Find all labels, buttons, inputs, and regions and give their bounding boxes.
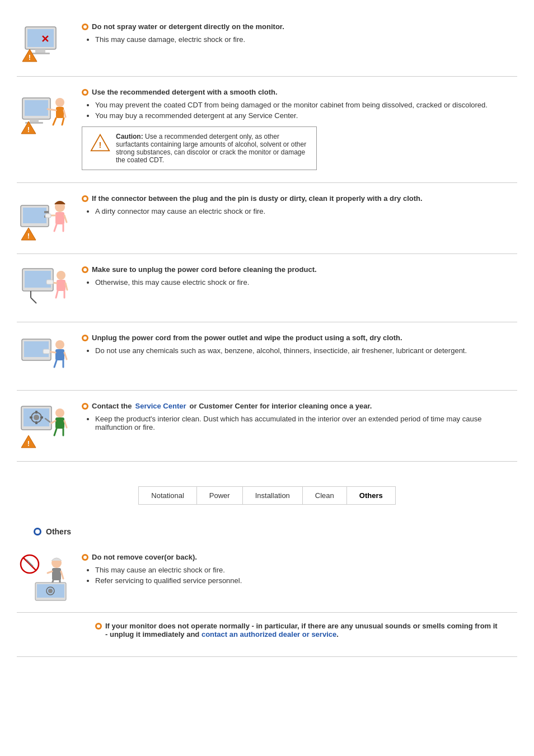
content-detergent: Use the recommended detergent with a smo… <box>82 87 517 172</box>
svg-line-73 <box>26 560 33 566</box>
spray-illustration: ✕ ! <box>20 21 70 66</box>
svg-text:!: ! <box>27 232 30 240</box>
blue-dot <box>34 528 41 536</box>
title-soft-cloth: Unplug the power cord from the power out… <box>82 334 517 342</box>
final-note-title: If your monitor does not operate normall… <box>95 622 500 638</box>
image-no-cover <box>17 552 73 602</box>
svg-rect-37 <box>57 280 65 291</box>
svg-line-64 <box>51 421 55 423</box>
title-service-start: Contact the <box>92 402 132 410</box>
title-detergent: Use the recommended detergent with a smo… <box>82 88 517 96</box>
title-service-end: or Customer Center for interior cleaning… <box>190 402 372 410</box>
svg-line-14 <box>64 110 65 117</box>
tab-notational[interactable]: Notational <box>139 487 197 504</box>
svg-point-47 <box>55 340 64 349</box>
title-connector: If the connector between the plug and th… <box>82 194 517 203</box>
no-cover-illustration <box>18 552 72 602</box>
bullets-connector: A dirty connector may cause an electric … <box>82 207 517 215</box>
image-connector: ! <box>17 193 73 243</box>
title-service-center: Contact the Service Center or Customer C… <box>82 402 517 410</box>
tab-power[interactable]: Power <box>197 487 243 504</box>
section-no-cover: Do not remove cover(or back). This may c… <box>17 542 517 613</box>
section-service-center: ! Contact the Service Center or Customer… <box>17 391 517 462</box>
final-note-section: If your monitor does not operate normall… <box>17 613 517 657</box>
caution-box: ! Caution: Use a recommended detergent o… <box>82 126 317 170</box>
tab-installation[interactable]: Installation <box>243 487 303 504</box>
image-detergent: ! <box>17 87 73 137</box>
section-detergent: ! Use the recommended detergent with a s… <box>17 77 517 183</box>
service-center-link[interactable]: Service Center <box>135 402 186 410</box>
svg-rect-39 <box>46 280 53 284</box>
svg-rect-59 <box>35 421 38 424</box>
others-heading-text: Others <box>46 527 71 536</box>
nav-tabs: Notational Power Installation Clean Othe… <box>138 486 395 505</box>
orange-dot-6 <box>82 403 88 410</box>
svg-line-13 <box>48 109 56 110</box>
svg-rect-12 <box>56 107 64 118</box>
content-connector: If the connector between the plug and th… <box>82 193 517 218</box>
svg-rect-50 <box>43 349 50 354</box>
svg-rect-8 <box>25 100 48 116</box>
image-spray: ✕ ! <box>17 21 73 66</box>
orange-dot-2 <box>82 89 88 96</box>
title-unplug-before: Make sure to unplug the power cord befor… <box>82 265 517 274</box>
detergent-illustration: ! <box>20 87 70 137</box>
svg-line-66 <box>64 421 67 428</box>
image-soft-cloth <box>17 332 73 380</box>
connector-illustration: ! <box>20 193 70 243</box>
tab-clean[interactable]: Clean <box>303 487 347 504</box>
caution-text: Caution: Use a recommended detergent onl… <box>116 133 308 164</box>
unplug-before-illustration <box>20 264 70 312</box>
content-service-center: Contact the Service Center or Customer C… <box>82 401 517 434</box>
orange-dot-4 <box>82 266 88 273</box>
svg-rect-22 <box>23 208 46 223</box>
authorized-dealer-link[interactable]: contact an authorized dealer or service <box>202 630 336 638</box>
bullets-service-center: Keep the product's interior clean. Dust … <box>82 415 517 431</box>
content-no-cover: Do not remove cover(or back). This may c… <box>82 552 517 587</box>
bullets-unplug-before: Otherwise, this may cause electric shock… <box>82 278 517 287</box>
svg-rect-63 <box>55 417 64 429</box>
svg-point-83 <box>48 589 53 593</box>
svg-text:!: ! <box>27 125 30 134</box>
svg-rect-2 <box>35 49 45 53</box>
svg-line-67 <box>54 429 57 435</box>
svg-point-57 <box>34 415 39 420</box>
svg-line-41 <box>56 291 58 298</box>
service-center-illustration: ! <box>20 401 70 451</box>
final-note-text: If your monitor does not operate normall… <box>105 622 500 638</box>
caution-triangle-icon: ! <box>90 133 110 153</box>
content-soft-cloth: Unplug the power cord from the power out… <box>82 332 517 357</box>
bullets-no-cover: This may cause an electric shock or fire… <box>82 566 517 585</box>
svg-line-28 <box>64 215 67 222</box>
section-unplug-before: Make sure to unplug the power cord befor… <box>17 254 517 322</box>
svg-line-72 <box>23 557 36 571</box>
svg-line-77 <box>61 571 63 579</box>
svg-point-36 <box>57 271 65 280</box>
svg-line-76 <box>48 571 52 573</box>
svg-rect-75 <box>52 568 61 580</box>
bullets-detergent: You may prevent the coated CDT from bein… <box>82 101 517 120</box>
nav-tabs-container: Notational Power Installation Clean Othe… <box>17 475 517 516</box>
svg-line-40 <box>65 283 67 290</box>
orange-dot-7 <box>82 554 88 561</box>
tab-others[interactable]: Others <box>347 487 395 504</box>
svg-rect-3 <box>31 53 50 54</box>
svg-rect-58 <box>35 411 38 414</box>
orange-dot <box>82 24 88 30</box>
svg-rect-35 <box>25 271 51 288</box>
title-spray: Do not spray water or detergent directly… <box>82 22 517 31</box>
bullets-spray: This may cause damage, electric shock or… <box>82 35 517 44</box>
section-soft-cloth: Unplug the power cord from the power out… <box>17 322 517 391</box>
svg-line-29 <box>54 224 57 231</box>
svg-line-44 <box>31 298 36 303</box>
svg-line-51 <box>64 353 67 359</box>
others-header: Others <box>17 522 517 542</box>
svg-text:!: ! <box>29 53 31 62</box>
soft-cloth-illustration <box>20 332 70 380</box>
svg-rect-26 <box>55 212 64 224</box>
svg-line-16 <box>62 118 64 125</box>
page: ✕ ! Do not spray water or detergent dire… <box>0 0 534 668</box>
image-unplug-before <box>17 264 73 312</box>
title-no-cover: Do not remove cover(or back). <box>82 553 517 561</box>
svg-point-62 <box>55 408 64 417</box>
